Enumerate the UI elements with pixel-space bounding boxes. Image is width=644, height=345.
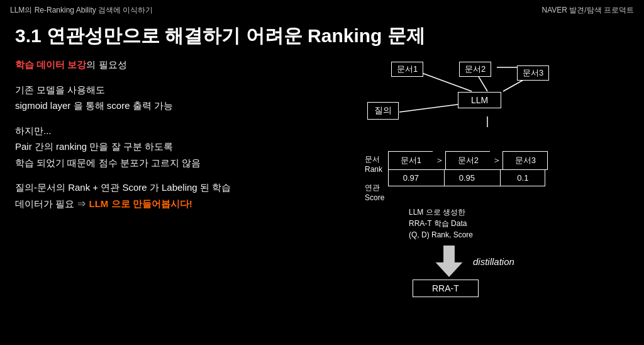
line8-highlight: LLM 으로 만들어봅시다! [89, 198, 192, 209]
line5: Pair 간의 ranking 만을 잘 구분 하도록 [15, 139, 346, 155]
rank-score-labels: 문서 Rank 연관 Score [365, 151, 384, 203]
line6: 학습 되었기 때문에 점수 분포가 고르지 않음 [15, 155, 346, 171]
svg-marker-6 [436, 246, 463, 277]
line8-pre: 데이터가 필요 ⇒ [15, 198, 89, 209]
score-cell-2: 0.95 [444, 169, 489, 186]
score-label-group: 연관 Score [365, 183, 384, 203]
rra-t-section: RRA-T [413, 280, 479, 297]
query-box: 질의 [367, 102, 399, 120]
highlight-data-augmentation: 학습 데이터 보강 [15, 59, 86, 70]
distillation-label: distillation [473, 256, 514, 267]
line1: 학습 데이터 보강의 필요성 [15, 57, 346, 73]
score-cell-1: 0.97 [388, 169, 433, 186]
doc2-box: 문서2 [459, 62, 491, 77]
arrow-down-icon [434, 246, 464, 277]
svg-line-3 [399, 104, 462, 112]
subtitle-right: NAVER 발견/탐색 프로덕트 [542, 5, 634, 16]
page-title: 3.1 연관성만으로 해결하기 어려운 Ranking 문제 [0, 21, 644, 57]
doc1-box: 문서1 [391, 62, 423, 77]
rank-label-group: 문서 Rank [365, 155, 384, 174]
right-panel: 문서1 문서2 문서3 질의 LLM 문서 Rank 연관 Score [358, 57, 629, 297]
line2: 기존 모델을 사용해도 [15, 82, 346, 98]
line8: 데이터가 필요 ⇒ LLM 으로 만들어봅시다! [15, 196, 346, 212]
score-label2: Score [365, 193, 384, 203]
llm-box: LLM [458, 92, 501, 108]
line4: 하지만... [15, 123, 346, 139]
line3: sigmoid layer 을 통해 score 출력 가능 [15, 98, 346, 114]
score-val-2: 0.95 [459, 173, 475, 183]
score-label1: 연관 [365, 183, 384, 193]
subtitle-left: LLM의 Re-Ranking Ability 검색에 이식하기 [10, 5, 153, 16]
line7: 질의-문서의 Rank + 연관 Score 가 Labeling 된 학습 [15, 179, 346, 196]
score-row: 0.97 0.95 0.1 [388, 170, 547, 186]
arrow-down-section: distillation [434, 246, 514, 277]
diagram-top: 문서1 문서2 문서3 질의 LLM [365, 57, 623, 157]
rank-label2: Rank [365, 165, 384, 175]
rra-t-box: RRA-T [413, 280, 479, 297]
llm-data-label-text: LLM 으로 생성한RRA-T 학습 Data(Q, D) Rank, Scor… [409, 208, 473, 239]
score-gap-2 [489, 169, 501, 186]
score-val-1: 0.97 [403, 173, 419, 183]
line1-rest: 의 필요성 [86, 59, 126, 70]
score-val-3: 0.1 [517, 173, 528, 183]
doc3-box: 문서3 [517, 65, 549, 81]
left-panel: 학습 데이터 보강의 필요성 기존 모델을 사용해도 sigmoid layer… [15, 57, 346, 297]
score-gap-1 [433, 169, 445, 186]
llm-data-label: LLM 으로 생성한RRA-T 학습 Data(Q, D) Rank, Scor… [409, 206, 473, 240]
score-cell-3: 0.1 [500, 169, 545, 186]
rank-score-section: 문서 Rank 연관 Score 문서1 ＞ [365, 151, 547, 203]
